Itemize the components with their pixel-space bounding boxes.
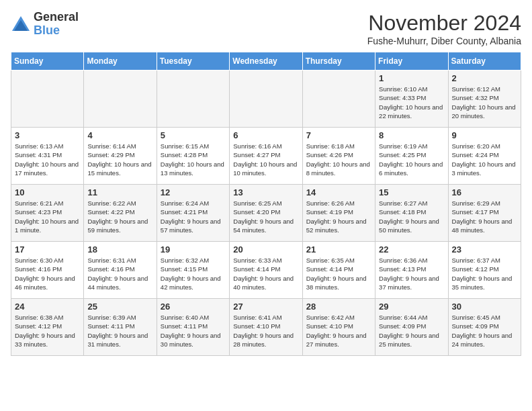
day-info: Sunrise: 6:33 AM Sunset: 4:14 PM Dayligh… [233, 256, 298, 291]
day-number: 27 [233, 302, 298, 312]
day-info: Sunrise: 6:31 AM Sunset: 4:16 PM Dayligh… [87, 256, 152, 291]
day-cell: 8Sunrise: 6:19 AM Sunset: 4:25 PM Daylig… [375, 128, 448, 185]
logo-icon [11, 15, 31, 34]
day-cell: 5Sunrise: 6:15 AM Sunset: 4:28 PM Daylig… [157, 128, 229, 185]
day-info: Sunrise: 6:10 AM Sunset: 4:33 PM Dayligh… [379, 85, 444, 120]
month-year: November 2024 [367, 11, 521, 36]
header-sunday: Sunday [11, 52, 84, 71]
day-number: 16 [452, 187, 517, 197]
day-number: 9 [452, 130, 517, 140]
header-thursday: Thursday [302, 52, 375, 71]
day-cell: 2Sunrise: 6:12 AM Sunset: 4:32 PM Daylig… [448, 71, 521, 128]
day-number: 21 [306, 244, 371, 255]
week-row-2: 10Sunrise: 6:21 AM Sunset: 4:23 PM Dayli… [11, 185, 521, 242]
day-cell: 20Sunrise: 6:33 AM Sunset: 4:14 PM Dayli… [230, 242, 302, 299]
day-info: Sunrise: 6:26 AM Sunset: 4:19 PM Dayligh… [306, 199, 371, 234]
day-number: 7 [306, 130, 371, 140]
day-cell: 24Sunrise: 6:38 AM Sunset: 4:12 PM Dayli… [11, 299, 84, 356]
week-row-3: 17Sunrise: 6:30 AM Sunset: 4:16 PM Dayli… [11, 242, 521, 299]
logo-text: General Blue [34, 11, 79, 38]
day-cell: 4Sunrise: 6:14 AM Sunset: 4:29 PM Daylig… [84, 128, 157, 185]
day-cell: 15Sunrise: 6:27 AM Sunset: 4:18 PM Dayli… [375, 185, 448, 242]
day-info: Sunrise: 6:25 AM Sunset: 4:20 PM Dayligh… [233, 199, 298, 234]
day-info: Sunrise: 6:24 AM Sunset: 4:21 PM Dayligh… [161, 199, 226, 234]
day-info: Sunrise: 6:22 AM Sunset: 4:22 PM Dayligh… [87, 199, 152, 234]
day-cell: 3Sunrise: 6:13 AM Sunset: 4:31 PM Daylig… [11, 128, 84, 185]
day-number: 19 [161, 244, 226, 255]
day-number: 3 [15, 130, 80, 140]
day-info: Sunrise: 6:13 AM Sunset: 4:31 PM Dayligh… [15, 142, 80, 177]
day-number: 4 [87, 130, 152, 140]
header-tuesday: Tuesday [157, 52, 229, 71]
day-cell [11, 71, 84, 128]
day-cell: 7Sunrise: 6:18 AM Sunset: 4:26 PM Daylig… [302, 128, 375, 185]
day-cell: 25Sunrise: 6:39 AM Sunset: 4:11 PM Dayli… [84, 299, 157, 356]
calendar-body: 1Sunrise: 6:10 AM Sunset: 4:33 PM Daylig… [11, 71, 521, 356]
day-info: Sunrise: 6:18 AM Sunset: 4:26 PM Dayligh… [306, 142, 371, 177]
day-info: Sunrise: 6:41 AM Sunset: 4:10 PM Dayligh… [233, 313, 298, 349]
day-cell: 21Sunrise: 6:35 AM Sunset: 4:14 PM Dayli… [302, 242, 375, 299]
day-cell: 11Sunrise: 6:22 AM Sunset: 4:22 PM Dayli… [84, 185, 157, 242]
day-cell: 30Sunrise: 6:45 AM Sunset: 4:09 PM Dayli… [448, 299, 521, 356]
day-number: 5 [161, 130, 226, 140]
day-info: Sunrise: 6:16 AM Sunset: 4:27 PM Dayligh… [233, 142, 298, 177]
day-number: 18 [87, 244, 152, 255]
day-number: 25 [87, 302, 152, 312]
day-info: Sunrise: 6:37 AM Sunset: 4:12 PM Dayligh… [452, 256, 517, 291]
day-info: Sunrise: 6:12 AM Sunset: 4:32 PM Dayligh… [452, 85, 517, 120]
day-info: Sunrise: 6:35 AM Sunset: 4:14 PM Dayligh… [306, 256, 371, 291]
day-number: 2 [452, 73, 517, 83]
week-row-4: 24Sunrise: 6:38 AM Sunset: 4:12 PM Dayli… [11, 299, 521, 356]
day-cell: 27Sunrise: 6:41 AM Sunset: 4:10 PM Dayli… [230, 299, 302, 356]
logo-general: General [34, 10, 79, 24]
day-cell: 10Sunrise: 6:21 AM Sunset: 4:23 PM Dayli… [11, 185, 84, 242]
day-info: Sunrise: 6:36 AM Sunset: 4:13 PM Dayligh… [379, 256, 444, 291]
day-cell: 28Sunrise: 6:42 AM Sunset: 4:10 PM Dayli… [302, 299, 375, 356]
header-row: SundayMondayTuesdayWednesdayThursdayFrid… [11, 52, 521, 71]
day-cell: 13Sunrise: 6:25 AM Sunset: 4:20 PM Dayli… [230, 185, 302, 242]
day-number: 29 [379, 302, 444, 312]
day-number: 30 [452, 302, 517, 312]
day-cell: 1Sunrise: 6:10 AM Sunset: 4:33 PM Daylig… [375, 71, 448, 128]
day-cell: 12Sunrise: 6:24 AM Sunset: 4:21 PM Dayli… [157, 185, 229, 242]
day-info: Sunrise: 6:44 AM Sunset: 4:09 PM Dayligh… [379, 313, 444, 349]
day-cell [157, 71, 229, 128]
day-number: 15 [379, 187, 444, 197]
day-info: Sunrise: 6:27 AM Sunset: 4:18 PM Dayligh… [379, 199, 444, 234]
day-info: Sunrise: 6:38 AM Sunset: 4:12 PM Dayligh… [15, 313, 80, 349]
calendar-table: SundayMondayTuesdayWednesdayThursdayFrid… [11, 52, 521, 356]
header-monday: Monday [84, 52, 157, 71]
day-cell: 16Sunrise: 6:29 AM Sunset: 4:17 PM Dayli… [448, 185, 521, 242]
day-number: 11 [87, 187, 152, 197]
header-friday: Friday [375, 52, 448, 71]
week-row-1: 3Sunrise: 6:13 AM Sunset: 4:31 PM Daylig… [11, 128, 521, 185]
day-cell: 19Sunrise: 6:32 AM Sunset: 4:15 PM Dayli… [157, 242, 229, 299]
day-number: 28 [306, 302, 371, 312]
location: Fushe-Muhurr, Diber County, Albania [367, 36, 521, 46]
day-info: Sunrise: 6:19 AM Sunset: 4:25 PM Dayligh… [379, 142, 444, 177]
logo-blue: Blue [34, 24, 60, 37]
day-number: 22 [379, 244, 444, 255]
day-info: Sunrise: 6:14 AM Sunset: 4:29 PM Dayligh… [87, 142, 152, 177]
logo: General Blue [11, 11, 79, 38]
header-wednesday: Wednesday [230, 52, 302, 71]
title-area: November 2024 Fushe-Muhurr, Diber County… [367, 11, 521, 46]
day-number: 17 [15, 244, 80, 255]
day-cell: 29Sunrise: 6:44 AM Sunset: 4:09 PM Dayli… [375, 299, 448, 356]
day-cell: 14Sunrise: 6:26 AM Sunset: 4:19 PM Dayli… [302, 185, 375, 242]
day-cell [302, 71, 375, 128]
day-cell: 23Sunrise: 6:37 AM Sunset: 4:12 PM Dayli… [448, 242, 521, 299]
header: General Blue November 2024 Fushe-Muhurr,… [11, 11, 521, 46]
day-number: 1 [379, 73, 444, 83]
day-number: 20 [233, 244, 298, 255]
day-number: 10 [15, 187, 80, 197]
day-info: Sunrise: 6:40 AM Sunset: 4:11 PM Dayligh… [161, 313, 226, 349]
week-row-0: 1Sunrise: 6:10 AM Sunset: 4:33 PM Daylig… [11, 71, 521, 128]
day-cell: 22Sunrise: 6:36 AM Sunset: 4:13 PM Dayli… [375, 242, 448, 299]
day-cell [230, 71, 302, 128]
header-saturday: Saturday [448, 52, 521, 71]
day-number: 23 [452, 244, 517, 255]
day-info: Sunrise: 6:29 AM Sunset: 4:17 PM Dayligh… [452, 199, 517, 234]
day-info: Sunrise: 6:42 AM Sunset: 4:10 PM Dayligh… [306, 313, 371, 349]
day-number: 6 [233, 130, 298, 140]
